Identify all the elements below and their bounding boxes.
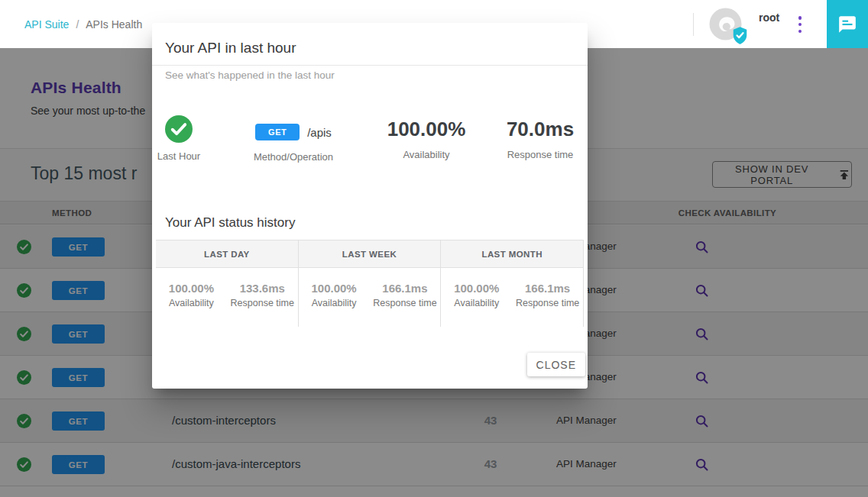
method-badge: GET: [255, 124, 300, 140]
kebab-menu-icon[interactable]: [795, 16, 805, 33]
stat-availability: 100.00% Availability: [369, 118, 484, 160]
history-availability-value: 100.00%: [299, 282, 370, 295]
response-time-label: Response time: [483, 149, 598, 160]
dialog-subtitle: See what's happened in the last hour: [165, 69, 335, 81]
history-availability-value: 100.00%: [156, 282, 227, 295]
history-availability-value: 100.00%: [441, 282, 512, 295]
stat-method-label: Method/Operation: [232, 151, 355, 163]
chat-button[interactable]: [827, 0, 868, 48]
availability-value: 100.00%: [369, 118, 484, 140]
history-response-label: Response time: [370, 298, 441, 308]
history-response-label: Response time: [227, 298, 298, 308]
history-period-label: LAST MONTH: [441, 240, 583, 268]
history-table: LAST DAY 100.00% Availability 133.6ms Re…: [156, 240, 584, 327]
app-root: APIs Health See your most up-to-the Top …: [0, 0, 868, 497]
verified-badge-icon: [732, 27, 748, 44]
close-button[interactable]: CLOSE: [527, 353, 585, 376]
api-path: /apis: [307, 126, 332, 139]
history-response-value: 166.1ms: [370, 282, 441, 295]
breadcrumb: API Suite / APIs Health: [24, 0, 142, 48]
chat-icon: [837, 15, 857, 34]
breadcrumb-api-suite[interactable]: API Suite: [24, 18, 69, 31]
history-period-label: LAST WEEK: [299, 240, 441, 268]
stat-last-hour-label: Last Hour: [152, 150, 206, 162]
header-divider: [693, 13, 694, 36]
response-time-value: 70.0ms: [483, 118, 598, 140]
dialog-title: Your API in last hour: [165, 40, 296, 56]
dialog-title-divider: [152, 65, 588, 66]
history-col-last-week: LAST WEEK 100.00% Availability 166.1ms R…: [299, 240, 442, 327]
history-col-last-month: LAST MONTH 100.00% Availability 166.1ms …: [441, 240, 584, 327]
status-ok-icon: [165, 115, 193, 143]
stat-method-operation: GET /apis Method/Operation: [232, 124, 355, 163]
user-name: root: [759, 11, 779, 24]
history-availability-label: Availability: [441, 298, 512, 308]
stat-response-time: 70.0ms Response time: [483, 118, 598, 160]
history-response-value: 166.1ms: [512, 282, 583, 295]
history-period-label: LAST DAY: [156, 240, 298, 268]
api-last-hour-dialog: Your API in last hour See what's happene…: [152, 23, 588, 389]
breadcrumb-apis-health: APIs Health: [86, 18, 142, 31]
history-availability-label: Availability: [299, 298, 370, 308]
avatar[interactable]: [709, 8, 742, 40]
history-title: Your API status history: [165, 215, 295, 231]
history-response-value: 133.6ms: [227, 282, 298, 295]
history-response-label: Response time: [512, 298, 583, 308]
stat-last-hour: Last Hour: [152, 115, 206, 162]
breadcrumb-separator: /: [76, 18, 79, 31]
availability-label: Availability: [369, 149, 484, 160]
history-col-last-day: LAST DAY 100.00% Availability 133.6ms Re…: [156, 240, 299, 327]
history-availability-label: Availability: [156, 298, 227, 308]
